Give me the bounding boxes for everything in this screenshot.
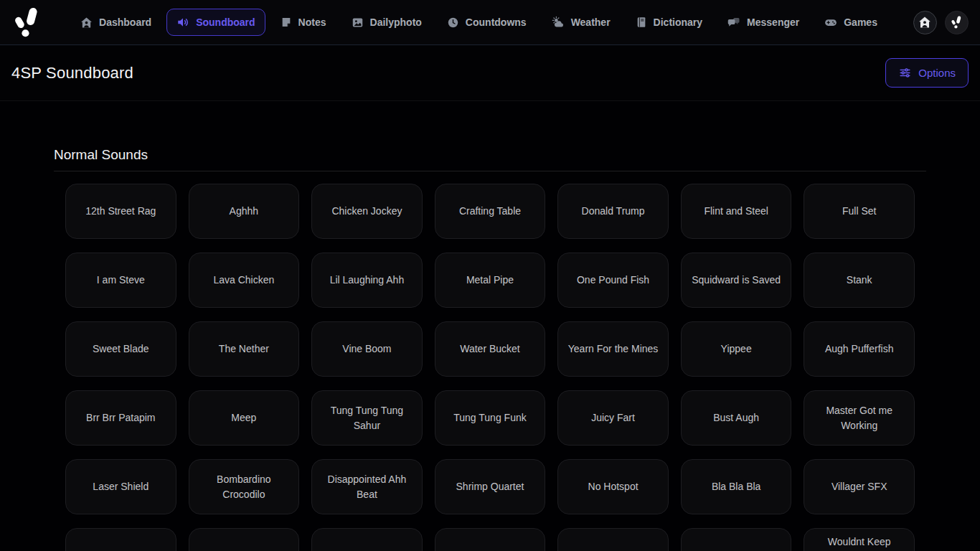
sound-button[interactable]: Bla Bla Bla [681,459,792,514]
nav-item-countdowns[interactable]: Countdowns [437,9,537,36]
nav-item-games[interactable]: Games [814,9,887,36]
sound-button[interactable]: Laser Shield [65,459,176,514]
nav-item-soundboard[interactable]: Soundboard [166,9,265,36]
sound-button[interactable]: I am Steve [65,253,176,308]
sound-button[interactable]: Vine Boom [311,321,423,377]
home-user-icon [918,16,931,29]
nav-label: Dailyphoto [370,17,422,28]
nav-item-dictionary[interactable]: Dictionary [626,9,712,35]
nav-right-actions [913,11,969,34]
nav-label: Messenger [747,17,799,28]
sound-button[interactable] [311,528,423,551]
sound-button[interactable]: Tung Tung Tung Sahur [311,390,423,446]
sound-button[interactable]: Lil Laughing Ahh [311,253,423,308]
sound-button[interactable]: No Hotspot [557,459,669,514]
home-circle-button[interactable] [913,11,937,34]
nav-label: Countdowns [466,17,527,28]
profile-circle-button[interactable] [945,11,969,34]
sound-button[interactable]: Shrimp Quartet [435,459,546,514]
sound-button[interactable]: Squidward is Saved [681,253,792,308]
sound-button[interactable]: Flint and Steel [681,184,792,239]
sound-button[interactable]: Yearn For the Mines [557,321,669,377]
sound-button[interactable]: 12th Street Rag [65,184,176,239]
options-label: Options [918,67,956,79]
sound-button[interactable]: Donald Trump [557,184,669,239]
nav-item-messenger[interactable]: Messenger [717,9,809,36]
sound-button[interactable]: One Pound Fish [557,253,669,308]
section-title: Normal Sounds [54,147,926,163]
sound-button[interactable]: Lava Chicken [189,253,300,308]
nav-label: Games [844,17,877,28]
sound-button[interactable]: Yippee [681,321,792,377]
page-header: 4SP Soundboard Options [0,45,980,101]
nav-item-dailyphoto[interactable]: Dailyphoto [341,9,432,36]
nav-item-weather[interactable]: Weather [542,9,621,36]
sound-button[interactable]: Water Bucket [435,321,546,377]
sound-button[interactable] [557,528,669,551]
nav-label: Notes [298,17,326,28]
page-title: 4SP Soundboard [11,64,133,83]
sound-button[interactable]: Augh Pufferfish [804,321,915,377]
note-icon [281,17,292,28]
app-logo[interactable] [11,4,44,40]
sound-button[interactable] [189,528,300,551]
sliders-icon [898,66,912,80]
sound-button[interactable]: Sweet Blade [65,321,176,377]
4sp-logo-icon [11,5,43,39]
nav-items: Dashboard Soundboard Notes Dailypho [70,9,887,36]
nav-item-notes[interactable]: Notes [270,9,336,35]
sound-button[interactable] [65,528,176,551]
sound-button[interactable]: Master Got me Working [804,390,915,446]
top-navigation: Dashboard Soundboard Notes Dailypho [0,0,980,45]
sound-button[interactable]: Chicken Jockey [311,184,423,239]
clock-icon [447,17,459,29]
main-content: Normal Sounds 12th Street RagAghhhChicke… [54,147,926,551]
nav-label: Dictionary [654,17,702,28]
options-button[interactable]: Options [885,58,969,88]
sound-button[interactable]: Aghhh [189,184,300,239]
sound-button[interactable]: Villager SFX [804,459,915,514]
nav-label: Soundboard [196,17,255,28]
4sp-logo-icon [950,15,963,29]
sound-button[interactable] [681,528,792,551]
home-user-icon [80,17,93,29]
chat-bubbles-icon [727,16,740,29]
sound-grid: 12th Street RagAghhhChicken JockeyCrafti… [54,184,926,551]
sound-button[interactable]: Tung Tung Funk [435,390,546,446]
sound-button[interactable]: Bombardino Crocodilo [189,459,300,514]
sound-button[interactable]: Crafting Table [435,184,546,239]
sound-button[interactable]: Wouldnt Keep [804,528,915,551]
sound-button[interactable]: Juicy Fart [557,390,669,446]
photo-icon [352,17,364,29]
sound-button[interactable]: The Nether [189,321,300,377]
book-icon [636,17,647,28]
nav-item-dashboard[interactable]: Dashboard [70,9,161,36]
speaker-icon [176,16,189,29]
sound-button[interactable]: Metal Pipe [435,253,546,308]
sound-button[interactable]: Bust Augh [681,390,792,446]
nav-label: Dashboard [99,17,151,28]
sound-button[interactable]: Full Set [804,184,915,239]
gamepad-icon [824,16,837,29]
nav-label: Weather [571,17,611,28]
sound-button[interactable]: Stank [804,253,915,308]
sound-button[interactable] [435,528,546,551]
sun-cloud-icon [552,16,565,29]
section-divider [54,171,926,171]
sound-button[interactable]: Meep [189,390,300,446]
sound-button[interactable]: Brr Brr Patapim [65,390,176,446]
sound-button[interactable]: Disappointed Ahh Beat [311,459,423,514]
